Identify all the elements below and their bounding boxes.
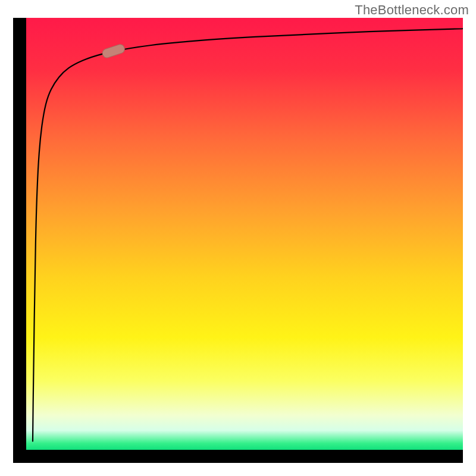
gradient-background bbox=[26, 18, 463, 450]
chart-stage: TheBottleneck.com bbox=[0, 0, 476, 476]
plot-area bbox=[26, 18, 463, 450]
chart-frame bbox=[13, 18, 463, 463]
plot-svg bbox=[26, 18, 463, 450]
watermark-text: TheBottleneck.com bbox=[355, 2, 469, 18]
